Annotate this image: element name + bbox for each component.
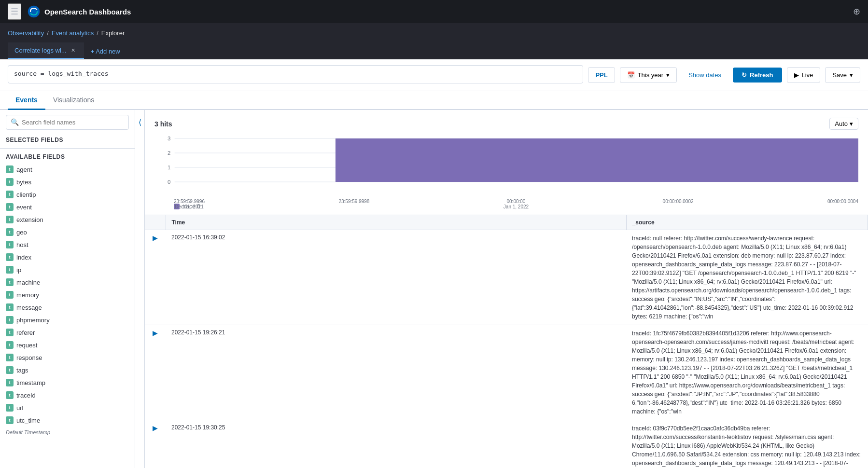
x-label-1: 23:59:59.9998	[338, 199, 369, 209]
field-item-message[interactable]: t message	[0, 301, 135, 314]
row-expand-button[interactable]: ▶	[151, 328, 160, 338]
logo-area: OpenSearch Dashboards	[27, 5, 131, 18]
field-name-label: ip	[16, 266, 21, 274]
field-name-label: referer	[16, 329, 35, 336]
top-navigation: ☰ OpenSearch Dashboards ⊕	[0, 0, 868, 23]
field-item-agent[interactable]: t agent	[0, 163, 135, 176]
svg-point-0	[28, 6, 40, 18]
field-name-label: index	[16, 254, 31, 261]
tab-events[interactable]: Events	[8, 91, 45, 110]
row-expand-button[interactable]: ▶	[151, 423, 160, 433]
table-row: ▶ 2022-01-15 16:39:02 traceId: null refe…	[145, 230, 868, 325]
field-item-ip[interactable]: t ip	[0, 263, 135, 276]
save-chevron-icon: ▾	[850, 71, 853, 79]
selected-fields-title: Selected Fields	[0, 134, 135, 146]
sidebar: 🔍 Selected Fields Available Fields t age…	[0, 110, 135, 468]
field-type-badge: t	[6, 191, 14, 198]
x-label-2: 00:00:00 Jan 1, 2022	[504, 199, 529, 209]
field-name-label: machine	[16, 279, 40, 286]
tab-correlate-logs[interactable]: Correlate logs wi... ✕	[8, 42, 84, 59]
field-type-badge: t	[6, 341, 14, 349]
show-dates-button[interactable]: Show dates	[682, 68, 728, 83]
divider	[0, 148, 135, 149]
hamburger-menu-button[interactable]: ☰	[8, 3, 21, 20]
field-type-badge: t	[6, 316, 14, 324]
field-type-badge: t	[6, 165, 14, 173]
chart-svg: 3 2 1 0	[154, 134, 858, 196]
field-item-host[interactable]: t host	[0, 238, 135, 251]
sidebar-collapse-button[interactable]: ⟨	[136, 114, 144, 131]
row-time-cell: 2022-01-15 19:30:25	[166, 420, 626, 468]
field-item-clientip[interactable]: t clientip	[0, 188, 135, 201]
field-name-label: clientip	[16, 191, 36, 198]
hits-count: 3 hits	[154, 120, 172, 128]
field-type-badge: t	[6, 228, 14, 236]
save-button[interactable]: Save ▾	[825, 67, 860, 83]
field-type-badge: t	[6, 329, 14, 336]
field-item-response[interactable]: t response	[0, 351, 135, 364]
field-name-label: memory	[16, 291, 39, 299]
ppl-button[interactable]: PPL	[588, 67, 615, 83]
row-source-cell: traceId: null referer: http://twitter.co…	[626, 230, 868, 325]
field-item-referer[interactable]: t referer	[0, 326, 135, 339]
field-name-label: message	[16, 304, 42, 311]
field-item-traceId[interactable]: t traceId	[0, 389, 135, 401]
tab-label: Correlate logs wi...	[14, 47, 67, 54]
field-item-geo[interactable]: t geo	[0, 226, 135, 238]
breadcrumb-observability[interactable]: Observability	[8, 29, 44, 37]
refresh-label: Refresh	[750, 71, 773, 79]
row-time-cell: 2022-01-15 19:26:21	[166, 325, 626, 420]
chart-header: 3 hits Auto ▾	[154, 118, 858, 130]
row-expand-button[interactable]: ▶	[151, 233, 160, 243]
field-item-tags[interactable]: t tags	[0, 364, 135, 376]
tab-close-button[interactable]: ✕	[70, 46, 77, 54]
available-fields-title: Available Fields	[0, 151, 135, 163]
field-type-badge: t	[6, 391, 14, 399]
row-expand-cell: ▶	[145, 420, 166, 468]
field-name-label: utc_time	[16, 417, 40, 424]
opensearch-logo-icon	[27, 5, 41, 18]
row-expand-cell: ▶	[145, 325, 166, 420]
tab-visualizations[interactable]: Visualizations	[45, 91, 102, 110]
field-item-phpmemory[interactable]: t phpmemory	[0, 314, 135, 326]
field-name-label: request	[16, 342, 37, 349]
th-source: _source	[626, 215, 868, 230]
auto-interval-button[interactable]: Auto ▾	[829, 118, 858, 130]
search-fields-input[interactable]	[6, 115, 129, 130]
query-input[interactable]	[8, 65, 583, 83]
table-header-row: Time _source	[145, 215, 868, 230]
field-type-badge: t	[6, 416, 14, 424]
chart-bar	[336, 138, 858, 182]
date-picker-button[interactable]: 📅 This year ▾	[620, 67, 677, 83]
field-item-request[interactable]: t request	[0, 339, 135, 351]
app-title: OpenSearch Dashboards	[44, 8, 131, 16]
field-item-bytes[interactable]: t bytes	[0, 176, 135, 188]
row-source-cell: traceId: 03f9c770db5ee2f1caac0afc36db49b…	[626, 420, 868, 468]
field-type-badge: t	[6, 203, 14, 211]
field-type-badge: t	[6, 241, 14, 248]
field-name-label: host	[16, 241, 28, 248]
field-name-label: traceId	[16, 392, 36, 399]
chart-area: 3 hits Auto ▾ 3	[145, 110, 868, 215]
global-settings-button[interactable]: ⊕	[853, 6, 860, 17]
field-item-extension[interactable]: t extension	[0, 213, 135, 226]
field-type-badge: t	[6, 266, 14, 274]
field-item-utc_time[interactable]: t utc_time	[0, 414, 135, 427]
field-name-label: bytes	[16, 179, 31, 186]
add-new-tab-button[interactable]: + Add new	[84, 44, 127, 59]
field-type-badge: t	[6, 278, 14, 286]
field-type-badge: t	[6, 354, 14, 361]
field-name-label: agent	[16, 166, 32, 173]
live-button[interactable]: ▶ Live	[787, 67, 821, 83]
tab-bar: Correlate logs wi... ✕ + Add new	[0, 42, 868, 59]
refresh-button[interactable]: ↻ Refresh	[733, 68, 782, 83]
field-item-timestamp[interactable]: t timestamp	[0, 376, 135, 389]
refresh-icon: ↻	[742, 71, 747, 79]
breadcrumb-event-analytics[interactable]: Event analytics	[52, 29, 94, 37]
field-item-url[interactable]: t url	[0, 401, 135, 414]
field-item-memory[interactable]: t memory	[0, 289, 135, 301]
field-name-label: geo	[16, 229, 27, 236]
field-item-event[interactable]: t event	[0, 201, 135, 213]
field-item-machine[interactable]: t machine	[0, 276, 135, 289]
field-item-index[interactable]: t index	[0, 251, 135, 263]
